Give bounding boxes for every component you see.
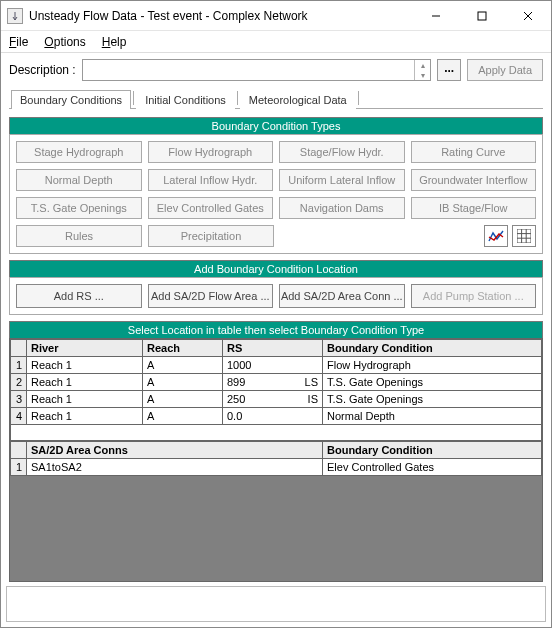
description-browse-button[interactable]: ... bbox=[437, 59, 461, 81]
bc-lateral-inflow-button[interactable]: Lateral Inflow Hydr. bbox=[148, 169, 274, 191]
bc-ib-stage-flow-button[interactable]: IB Stage/Flow bbox=[411, 197, 537, 219]
river-cell[interactable]: Reach 1 bbox=[27, 391, 143, 408]
reach-cell[interactable]: A bbox=[143, 374, 223, 391]
bc-types-title: Boundary Condition Types bbox=[9, 117, 543, 134]
table-row[interactable]: 2 Reach 1 A 899LS T.S. Gate Openings bbox=[11, 374, 542, 391]
table-row[interactable]: 3 Reach 1 A 250IS T.S. Gate Openings bbox=[11, 391, 542, 408]
rs-cell[interactable]: 899LS bbox=[223, 374, 323, 391]
button-label: Navigation Dams bbox=[300, 202, 384, 214]
button-label: IB Stage/Flow bbox=[439, 202, 507, 214]
col-num-header bbox=[11, 340, 27, 357]
button-label: Stage/Flow Hydr. bbox=[300, 146, 384, 158]
button-label: Add SA/2D Area Conn ... bbox=[281, 290, 403, 302]
bc-ts-gate-openings-button[interactable]: T.S. Gate Openings bbox=[16, 197, 142, 219]
description-spinner[interactable]: ▴ ▾ bbox=[414, 60, 430, 80]
bc-cell[interactable]: T.S. Gate Openings bbox=[323, 391, 542, 408]
sa2d-conn-table[interactable]: SA/2D Area Conns Boundary Condition 1 SA… bbox=[10, 441, 542, 476]
row-number: 3 bbox=[11, 391, 27, 408]
tab-bar: Boundary Conditions Initial Conditions M… bbox=[1, 87, 551, 109]
add-location-body: Add RS ... Add SA/2D Flow Area ... Add S… bbox=[9, 277, 543, 315]
apply-data-label: Apply Data bbox=[478, 64, 532, 76]
chevron-down-icon: ▾ bbox=[415, 70, 430, 80]
window-title: Unsteady Flow Data - Test event - Comple… bbox=[29, 9, 413, 23]
bc-cell[interactable]: T.S. Gate Openings bbox=[323, 374, 542, 391]
svg-rect-1 bbox=[478, 12, 486, 20]
ellipsis-icon: ... bbox=[444, 61, 454, 75]
button-label: Elev Controlled Gates bbox=[157, 202, 264, 214]
col-sa2d-conn-header: SA/2D Area Conns bbox=[27, 442, 323, 459]
reach-cell[interactable]: A bbox=[143, 408, 223, 425]
description-field-wrap: ▴ ▾ bbox=[82, 59, 431, 81]
section-separator bbox=[11, 425, 542, 441]
add-sa2d-flow-area-button[interactable]: Add SA/2D Flow Area ... bbox=[148, 284, 274, 308]
svg-rect-5 bbox=[517, 229, 531, 243]
menu-file[interactable]: File bbox=[9, 35, 28, 49]
rs-cell[interactable]: 1000 bbox=[223, 357, 323, 374]
bc-precipitation-button[interactable]: Precipitation bbox=[148, 225, 274, 247]
bc-rules-button[interactable]: Rules bbox=[16, 225, 142, 247]
button-label: Uniform Lateral Inflow bbox=[288, 174, 395, 186]
close-button[interactable] bbox=[505, 1, 551, 31]
description-input[interactable] bbox=[83, 60, 412, 80]
bc-normal-depth-button[interactable]: Normal Depth bbox=[16, 169, 142, 191]
grid-title: Select Location in table then select Bou… bbox=[9, 321, 543, 338]
bc-groundwater-interflow-button[interactable]: Groundwater Interflow bbox=[411, 169, 537, 191]
bc-uniform-lateral-inflow-button[interactable]: Uniform Lateral Inflow bbox=[279, 169, 405, 191]
description-row: Description : ▴ ▾ ... Apply Data bbox=[1, 53, 551, 87]
apply-data-button[interactable]: Apply Data bbox=[467, 59, 543, 81]
table-row[interactable]: 1 SA1toSA2 Elev Controlled Gates bbox=[11, 459, 542, 476]
menu-help[interactable]: Help bbox=[102, 35, 127, 49]
river-reach-table[interactable]: River Reach RS Boundary Condition 1 Reac… bbox=[10, 339, 542, 441]
plot-icon bbox=[488, 229, 504, 243]
row-number: 1 bbox=[11, 357, 27, 374]
bc-elev-controlled-gates-button[interactable]: Elev Controlled Gates bbox=[148, 197, 274, 219]
button-label: Add SA/2D Flow Area ... bbox=[151, 290, 270, 302]
reach-cell[interactable]: A bbox=[143, 357, 223, 374]
button-label: Groundwater Interflow bbox=[419, 174, 527, 186]
bc-cell[interactable]: Flow Hydrograph bbox=[323, 357, 542, 374]
bc-cell[interactable]: Elev Controlled Gates bbox=[323, 459, 542, 476]
conn-name-cell[interactable]: SA1toSA2 bbox=[27, 459, 323, 476]
bc-flow-hydrograph-button[interactable]: Flow Hydrograph bbox=[148, 141, 274, 163]
grid-wrap: River Reach RS Boundary Condition 1 Reac… bbox=[9, 338, 543, 582]
description-label: Description : bbox=[9, 63, 76, 77]
bc-cell[interactable]: Normal Depth bbox=[323, 408, 542, 425]
bc-types-body: Stage Hydrograph Flow Hydrograph Stage/F… bbox=[9, 134, 543, 254]
rs-cell[interactable]: 0.0 bbox=[223, 408, 323, 425]
table-row[interactable]: 1 Reach 1 A 1000 Flow Hydrograph bbox=[11, 357, 542, 374]
tab-separator bbox=[237, 91, 238, 105]
river-cell[interactable]: Reach 1 bbox=[27, 408, 143, 425]
col-bc-header: Boundary Condition bbox=[323, 442, 542, 459]
rs-cell[interactable]: 250IS bbox=[223, 391, 323, 408]
tab-meteorological-data[interactable]: Meteorological Data bbox=[240, 90, 356, 109]
table-header-row: River Reach RS Boundary Condition bbox=[11, 340, 542, 357]
menu-options[interactable]: Options bbox=[44, 35, 85, 49]
col-rs-header: RS bbox=[223, 340, 323, 357]
river-cell[interactable]: Reach 1 bbox=[27, 374, 143, 391]
rs-value: 899 bbox=[227, 376, 245, 388]
table-row[interactable]: 4 Reach 1 A 0.0 Normal Depth bbox=[11, 408, 542, 425]
rs-suffix: IS bbox=[308, 392, 318, 406]
add-rs-button[interactable]: Add RS ... bbox=[16, 284, 142, 308]
bc-stage-hydrograph-button[interactable]: Stage Hydrograph bbox=[16, 141, 142, 163]
button-label: Add RS ... bbox=[54, 290, 104, 302]
minimize-button[interactable] bbox=[413, 1, 459, 31]
table-icon-button[interactable] bbox=[512, 225, 536, 247]
reach-cell[interactable]: A bbox=[143, 391, 223, 408]
add-sa2d-area-conn-button[interactable]: Add SA/2D Area Conn ... bbox=[279, 284, 405, 308]
add-pump-station-button[interactable]: Add Pump Station ... bbox=[411, 284, 537, 308]
plot-icon-button[interactable] bbox=[484, 225, 508, 247]
bc-rating-curve-button[interactable]: Rating Curve bbox=[411, 141, 537, 163]
button-label: Add Pump Station ... bbox=[423, 290, 524, 302]
river-cell[interactable]: Reach 1 bbox=[27, 357, 143, 374]
col-bc-header: Boundary Condition bbox=[323, 340, 542, 357]
rs-suffix: LS bbox=[305, 375, 318, 389]
tab-initial-conditions[interactable]: Initial Conditions bbox=[136, 90, 235, 109]
bc-stage-flow-hydr-button[interactable]: Stage/Flow Hydr. bbox=[279, 141, 405, 163]
maximize-button[interactable] bbox=[459, 1, 505, 31]
bc-navigation-dams-button[interactable]: Navigation Dams bbox=[279, 197, 405, 219]
tab-boundary-conditions[interactable]: Boundary Conditions bbox=[11, 90, 131, 109]
col-river-header: River bbox=[27, 340, 143, 357]
button-label: Stage Hydrograph bbox=[34, 146, 123, 158]
button-label: Rating Curve bbox=[441, 146, 505, 158]
